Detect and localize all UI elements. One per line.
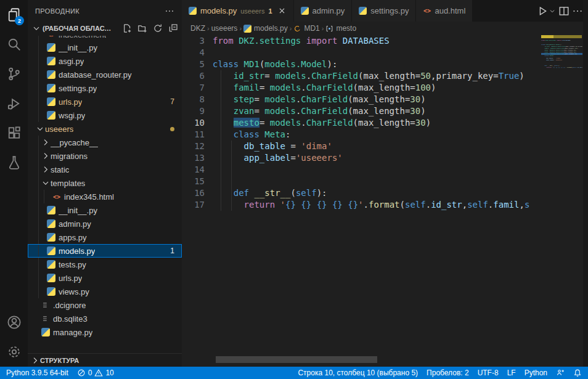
tab-aud.html[interactable]: <>aud.html bbox=[416, 0, 473, 22]
tree-item-urls.py[interactable]: urls.py7 bbox=[28, 95, 182, 108]
activity-item-explorer[interactable]: 2 bbox=[0, 0, 28, 30]
tree-item-wsgi.py[interactable]: wsgi.py bbox=[28, 108, 182, 122]
tab-settings.py[interactable]: settings.py bbox=[352, 0, 416, 22]
close-icon[interactable] bbox=[277, 6, 287, 15]
activity-item-testing[interactable] bbox=[0, 148, 28, 177]
tree-folder-static[interactable]: static bbox=[28, 163, 182, 176]
tab-admin.py[interactable]: admin.py bbox=[294, 0, 353, 22]
code-line[interactable]: 5class MD1(models.Model): bbox=[182, 59, 588, 70]
tree-item-models.py[interactable]: models.py1 bbox=[28, 244, 182, 258]
line-number[interactable]: 9 bbox=[182, 105, 213, 117]
collapse-all-icon[interactable] bbox=[168, 23, 178, 33]
tree-item-manage.py[interactable]: manage.py bbox=[28, 325, 182, 339]
activity-item-settings[interactable] bbox=[0, 337, 28, 367]
tree-item-.dcignore[interactable]: .dcignore bbox=[28, 298, 182, 312]
status-problems[interactable]: 010 bbox=[77, 369, 114, 377]
minimap-line: return '{} {} {} {} {}'.format(self.id_s… bbox=[541, 67, 582, 68]
status-encoding[interactable]: UTF-8 bbox=[478, 369, 499, 377]
code-line[interactable]: 12 db_table = 'dima' bbox=[182, 141, 588, 152]
split-editor-button[interactable] bbox=[558, 6, 570, 17]
breadcrumb-item-mesto[interactable]: mesto bbox=[325, 24, 356, 33]
code-line[interactable]: 7 famil= models.CharField(max_length=100… bbox=[182, 82, 588, 94]
tree-folder-migrations[interactable]: migrations bbox=[28, 149, 182, 163]
status-indentation[interactable]: Пробелов: 2 bbox=[427, 369, 469, 377]
code-line[interactable]: 17 return '{} {} {} {} {}'.format(self.i… bbox=[182, 199, 588, 211]
tree-item-database_roouter.py[interactable]: database_roouter.py bbox=[28, 68, 182, 81]
tab-models.py[interactable]: models.pyuseeers1 bbox=[182, 0, 294, 22]
line-number[interactable]: 10 bbox=[182, 117, 213, 129]
code-line[interactable]: 13 app_label='useeers' bbox=[182, 152, 588, 164]
horizontal-scrollbar[interactable] bbox=[216, 356, 377, 363]
line-number[interactable]: 8 bbox=[182, 94, 213, 105]
code-editor[interactable]: 3from DKZ.settings import DATABASES45cla… bbox=[182, 35, 588, 367]
code-line[interactable]: 16 def __str__(self): bbox=[182, 187, 588, 199]
line-number[interactable]: 6 bbox=[182, 70, 213, 82]
tree-item-indexelement[interactable]: <>indexelement bbox=[28, 36, 182, 41]
tree-item-urls.py[interactable]: urls.py bbox=[28, 271, 182, 285]
activity-item-extensions[interactable] bbox=[0, 118, 28, 148]
tree-folder-templates[interactable]: templates bbox=[28, 176, 182, 190]
code-line[interactable]: 11 class Meta: bbox=[182, 129, 588, 141]
tree-item-index345.html[interactable]: <>index345.html bbox=[28, 190, 182, 203]
code-line[interactable]: 3from DKZ.settings import DATABASES bbox=[182, 35, 588, 47]
line-number[interactable]: 13 bbox=[182, 152, 213, 164]
tree-item-label: urls.py bbox=[59, 274, 82, 283]
code-line[interactable]: 10 mesto= models.CharField(max_length=30… bbox=[182, 117, 588, 129]
line-number[interactable]: 5 bbox=[182, 59, 213, 70]
line-number[interactable]: 4 bbox=[182, 47, 213, 59]
tree-item-asgi.py[interactable]: asgi.py bbox=[28, 54, 182, 68]
breadcrumb-item-useeers[interactable]: useeers bbox=[211, 24, 238, 33]
python-icon bbox=[301, 7, 309, 15]
run-dropdown-button[interactable] bbox=[549, 6, 556, 17]
activity-item-run-and-debug[interactable] bbox=[0, 89, 28, 118]
line-number[interactable]: 12 bbox=[182, 141, 213, 152]
code-line[interactable]: 8 step= models.CharField(max_length=30) bbox=[182, 94, 588, 105]
line-number[interactable]: 14 bbox=[182, 164, 213, 176]
line-number[interactable]: 7 bbox=[182, 82, 213, 94]
workspace-section-header[interactable]: (РАБОЧАЯ ОБЛАСТЬ) ... bbox=[28, 22, 182, 35]
status-eol[interactable]: LF bbox=[507, 369, 516, 377]
breadcrumb-item-MD1[interactable]: MD1 bbox=[293, 24, 319, 33]
tree-item-views.py[interactable]: views.py bbox=[28, 285, 182, 298]
new-file-icon[interactable] bbox=[122, 23, 132, 33]
tree-folder-useeers[interactable]: useeers bbox=[28, 122, 182, 136]
tree-item-__init__.py[interactable]: __init__.py bbox=[28, 203, 182, 217]
tree-item-admin.py[interactable]: admin.py bbox=[28, 217, 182, 230]
more-icon[interactable] bbox=[165, 6, 174, 16]
outline-section-header[interactable]: СТРУКТУРА bbox=[28, 353, 182, 367]
run-python-file-button[interactable] bbox=[537, 6, 548, 17]
tree-item-settings.py[interactable]: settings.py bbox=[28, 81, 182, 95]
testing-icon bbox=[7, 155, 22, 170]
activity-item-search[interactable] bbox=[0, 30, 28, 59]
code-line[interactable]: 9 zvan= models.CharField(max_length=30) bbox=[182, 105, 588, 117]
breadcrumb-item-DKZ[interactable]: DKZ bbox=[190, 24, 205, 33]
code-line[interactable]: 6 id_str= models.CharField(max_length=50… bbox=[182, 70, 588, 82]
activity-item-account[interactable] bbox=[0, 308, 28, 337]
status-language-mode[interactable]: Python bbox=[525, 369, 547, 377]
tree-folder-__pycache__[interactable]: __pycache__ bbox=[28, 136, 182, 149]
code-line[interactable]: 14 bbox=[182, 164, 588, 176]
status-feedback[interactable] bbox=[556, 369, 565, 377]
breadcrumb-item-models.py[interactable]: models.py bbox=[243, 24, 288, 33]
new-folder-icon[interactable] bbox=[137, 23, 147, 33]
code-line[interactable]: 4 bbox=[182, 47, 588, 59]
minimap[interactable]: from DKZ.settings import DATABASESclass … bbox=[541, 35, 582, 115]
line-number[interactable]: 11 bbox=[182, 129, 213, 141]
code-line[interactable]: 15 bbox=[182, 176, 588, 187]
tree-item-apps.py[interactable]: apps.py bbox=[28, 230, 182, 244]
more-actions-button[interactable] bbox=[572, 6, 583, 17]
activity-item-source-control[interactable] bbox=[0, 59, 28, 89]
python-icon bbox=[47, 84, 55, 92]
line-number[interactable]: 17 bbox=[182, 199, 213, 211]
refresh-icon[interactable] bbox=[153, 23, 163, 33]
tree-item-__init__.py[interactable]: __init__.py bbox=[28, 41, 182, 54]
status-notifications[interactable] bbox=[573, 369, 582, 377]
status-cursor-position[interactable]: Строка 10, столбец 10 (выбрано 5) bbox=[298, 369, 418, 377]
line-number[interactable]: 16 bbox=[182, 187, 213, 199]
problem-count-badge: 7 bbox=[170, 97, 182, 106]
status-python-interpreter[interactable]: Python 3.9.5 64-bit bbox=[6, 369, 68, 377]
line-number[interactable]: 15 bbox=[182, 176, 213, 187]
tree-item-tests.py[interactable]: tests.py bbox=[28, 258, 182, 271]
tree-item-db.sqlite3[interactable]: db.sqlite3 bbox=[28, 312, 182, 325]
line-number[interactable]: 3 bbox=[182, 35, 213, 47]
